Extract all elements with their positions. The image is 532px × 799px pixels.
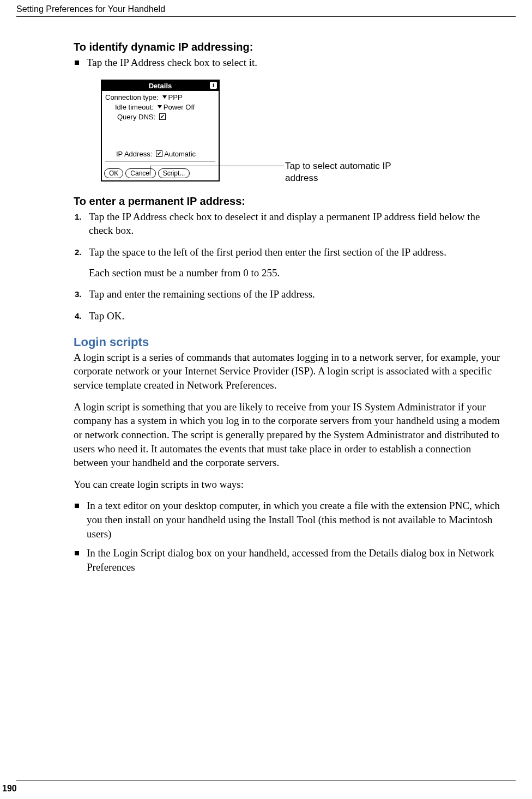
callout-leader-line (150, 166, 150, 173)
running-header: Setting Preferences for Your Handheld (16, 4, 165, 14)
step-text: Tap the space to the left of the first p… (89, 245, 446, 259)
step-text: Tap and enter the remaining sections of … (89, 287, 315, 301)
ip-address-label: IP Address: (116, 150, 152, 158)
query-dns-label: Query DNS: (117, 113, 155, 121)
callout-label: Tap to select automatic IP address (285, 160, 410, 184)
page-number: 190 (2, 784, 17, 794)
step-text: Tap OK. (89, 309, 124, 323)
step-number: 2. (75, 247, 89, 259)
paragraph: You can create login scripts in two ways… (74, 477, 502, 492)
dialog-title: Details (149, 82, 172, 90)
footer-rule (16, 780, 516, 780)
script-button[interactable]: Script... (158, 168, 190, 178)
dialog-body: Connection type: PPP Idle timeout: Power… (102, 91, 219, 166)
connection-type-row: Connection type: PPP (105, 93, 215, 101)
step-3: 3. Tap and enter the remaining sections … (75, 287, 502, 301)
bullet-text: In the Login Script dialog box on your h… (87, 546, 502, 574)
paragraph: A login script is something that you are… (74, 400, 502, 470)
login-scripts-heading: Login scripts (74, 335, 502, 349)
ip-address-checkbox[interactable]: ✔ (156, 150, 162, 157)
dropdown-icon[interactable] (162, 95, 167, 99)
square-bullet-icon (75, 551, 79, 555)
dialog-buttons: OK Cancel Script... (102, 166, 219, 180)
idle-timeout-label: Idle timeout: (115, 103, 154, 111)
step-1: 1. Tap the IP Address check box to desel… (75, 210, 502, 238)
bullet-item: Tap the IP Address check box to select i… (75, 56, 502, 70)
bullet-item: In a text editor on your desktop compute… (75, 499, 502, 541)
step-number: 3. (75, 289, 89, 301)
info-icon[interactable]: i (210, 82, 217, 89)
subheading-dynamic-ip: To identify dynamic IP addressing: (74, 41, 502, 53)
connection-type-value[interactable]: PPP (168, 93, 183, 101)
dialog-spacer (105, 123, 215, 150)
ok-button[interactable]: OK (104, 168, 123, 178)
square-bullet-icon (75, 60, 79, 65)
ip-address-row: IP Address: ✔ Automatic (105, 150, 215, 158)
idle-timeout-row: Idle timeout: Power Off (105, 103, 215, 111)
dialog-divider (105, 161, 215, 162)
idle-timeout-value[interactable]: Power Off (164, 103, 195, 111)
step-2: 2. Tap the space to the left of the firs… (75, 245, 502, 259)
square-bullet-icon (75, 504, 79, 508)
subheading-permanent-ip: To enter a permanent IP address: (74, 195, 502, 208)
step-4: 4. Tap OK. (75, 309, 502, 323)
connection-type-label: Connection type: (105, 93, 159, 101)
bullet-text: Tap the IP Address check box to select i… (87, 56, 257, 70)
paragraph: A login script is a series of commands t… (74, 350, 502, 392)
main-content: To identify dynamic IP addressing: Tap t… (74, 35, 502, 580)
dialog-titlebar: Details i (102, 81, 219, 91)
header-rule (16, 16, 516, 17)
ip-address-value: Automatic (164, 150, 196, 158)
bullet-text: In a text editor on your desktop compute… (87, 499, 502, 541)
query-dns-checkbox[interactable]: ✔ (159, 113, 166, 120)
query-dns-row: Query DNS: ✔ (105, 113, 215, 121)
bullet-item: In the Login Script dialog box on your h… (75, 546, 502, 574)
cancel-button[interactable]: Cancel (125, 168, 155, 178)
step-number: 1. (75, 211, 89, 238)
step-text: Tap the IP Address check box to deselect… (89, 210, 502, 238)
step-2-note: Each section must be a number from 0 to … (89, 266, 502, 280)
callout-text: Tap to select automatic IP address (285, 161, 391, 183)
step-number: 4. (75, 311, 89, 323)
dropdown-icon[interactable] (158, 105, 162, 108)
callout-leader-line (150, 166, 284, 166)
figure-area: Details i Connection type: PPP Idle time… (101, 80, 502, 184)
